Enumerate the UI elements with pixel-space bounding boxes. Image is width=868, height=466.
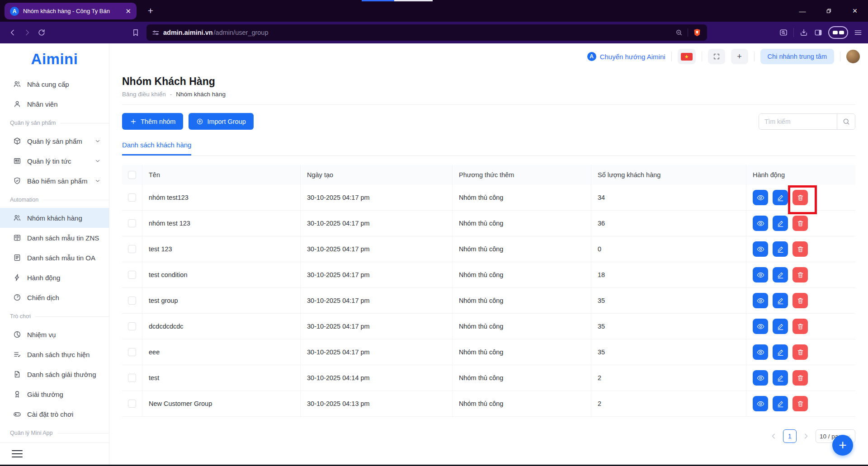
sidebar-panel-icon[interactable] xyxy=(814,28,823,37)
view-button[interactable] xyxy=(753,319,768,334)
sidebar-item-nhom-khach-hang[interactable]: Nhóm khách hàng xyxy=(0,208,109,228)
browser-tab[interactable]: A Nhóm khách hàng - Công Ty Bán ✕ xyxy=(5,3,137,19)
vpn-glasses-icon[interactable] xyxy=(828,26,848,39)
edit-button[interactable] xyxy=(773,344,788,360)
breadcrumb-root[interactable]: Bảng điều khiển xyxy=(122,91,166,98)
sidebar-item-nha-cung-cap[interactable]: Nhà cung cấp xyxy=(0,74,109,94)
bookmark-button[interactable] xyxy=(128,25,143,40)
sidebar-item-chien-dich[interactable]: Chiến dịch xyxy=(0,287,109,307)
collapse-menu-icon[interactable] xyxy=(12,450,23,458)
reload-button[interactable] xyxy=(34,25,49,40)
redirect-aimini-link[interactable]: A Chuyển hướng Aimini xyxy=(587,52,665,61)
delete-button[interactable] xyxy=(793,293,808,308)
sidebar-item-cai-dat-tro-choi[interactable]: Cài đặt trò chơi xyxy=(0,404,109,424)
delete-button[interactable] xyxy=(793,190,808,205)
row-checkbox[interactable] xyxy=(128,400,136,408)
view-button[interactable] xyxy=(753,216,768,231)
view-button[interactable] xyxy=(753,293,768,308)
gauge-icon xyxy=(13,293,21,301)
sidebar-item-nhan-vien[interactable]: Nhân viên xyxy=(0,94,109,114)
sidebar-item-nhiem-vu[interactable]: Nhiệm vụ xyxy=(0,325,109,344)
row-checkbox[interactable] xyxy=(128,374,136,382)
sidebar-item-label: Nhóm khách hàng xyxy=(27,214,82,222)
tab-bar: Danh sách khách hàng xyxy=(122,141,855,156)
sidebar-item-hanh-dong[interactable]: Hành động xyxy=(0,268,109,287)
new-tab-button[interactable]: + xyxy=(144,4,157,18)
view-button[interactable] xyxy=(753,344,768,360)
language-flag-button[interactable]: ★ xyxy=(678,49,696,64)
fullscreen-button[interactable] xyxy=(708,49,725,64)
delete-button[interactable] xyxy=(793,216,808,231)
view-button[interactable] xyxy=(753,267,768,282)
restore-button[interactable] xyxy=(816,0,842,22)
edit-button[interactable] xyxy=(773,293,788,308)
row-checkbox[interactable] xyxy=(128,193,136,202)
select-all-checkbox[interactable] xyxy=(128,171,136,179)
edit-button[interactable] xyxy=(773,370,788,386)
pencil-icon xyxy=(777,220,784,227)
tab-close-icon[interactable]: ✕ xyxy=(125,7,131,15)
sidebar-item-quan-ly-san-pham[interactable]: Quản lý sản phẩm xyxy=(0,131,109,151)
row-checkbox[interactable] xyxy=(128,297,136,305)
row-checkbox[interactable] xyxy=(128,322,136,330)
add-quick-button[interactable]: + xyxy=(731,49,748,64)
tab-danh-sach-khach-hang[interactable]: Danh sách khách hàng xyxy=(122,141,191,155)
edit-button[interactable] xyxy=(773,396,788,411)
view-button[interactable] xyxy=(753,190,768,205)
site-settings-icon[interactable] xyxy=(152,29,160,37)
row-checkbox[interactable] xyxy=(128,245,136,253)
row-checkbox[interactable] xyxy=(128,348,136,356)
downloads-icon[interactable] xyxy=(799,28,808,37)
zoom-out-icon[interactable] xyxy=(675,28,683,37)
prev-page-icon[interactable] xyxy=(769,432,778,441)
floating-add-button[interactable]: + xyxy=(832,435,853,456)
branch-selector-button[interactable]: Chi nhánh trung tâm xyxy=(760,49,834,64)
search-button[interactable] xyxy=(837,114,855,129)
sidebar-item-danh-sach-mau-tin-oa[interactable]: Danh sách mẫu tin OA xyxy=(0,248,109,268)
delete-button[interactable] xyxy=(793,396,808,411)
delete-button[interactable] xyxy=(793,344,808,360)
sidebar-item-bao-hiem-san-pham[interactable]: Bảo hiểm sản phẩm xyxy=(0,171,109,191)
sidebar-item-danh-sach-thuc-hien[interactable]: Danh sách thực hiện xyxy=(0,344,109,364)
search-input[interactable] xyxy=(759,114,837,129)
import-group-button[interactable]: Import Group xyxy=(189,113,253,130)
back-button[interactable] xyxy=(5,25,20,40)
edit-button[interactable] xyxy=(773,319,788,334)
group-method: Nhóm thủ công xyxy=(452,391,591,416)
sidebar-item-quan-ly-tin-tuc[interactable]: Quản lý tin tức xyxy=(0,151,109,171)
menu-icon[interactable] xyxy=(854,28,863,37)
sidebar-item-danh-sach-mau-tin-zns[interactable]: Danh sách mẫu tin ZNS xyxy=(0,228,109,248)
brave-shield-icon[interactable] xyxy=(693,28,702,37)
pencil-icon xyxy=(777,245,784,253)
shield-check-icon xyxy=(13,177,21,185)
page-number[interactable]: 1 xyxy=(783,429,797,443)
delete-button[interactable] xyxy=(793,319,808,334)
view-button[interactable] xyxy=(753,396,768,411)
edit-button[interactable] xyxy=(773,190,788,205)
edit-button[interactable] xyxy=(773,267,788,282)
list-check-icon xyxy=(13,350,21,358)
delete-button[interactable] xyxy=(793,241,808,257)
close-button[interactable]: × xyxy=(842,0,868,22)
pencil-icon xyxy=(777,194,784,202)
bookmark-icon xyxy=(131,28,140,37)
row-checkbox[interactable] xyxy=(128,271,136,279)
user-avatar[interactable] xyxy=(846,50,860,63)
view-button[interactable] xyxy=(753,370,768,386)
row-checkbox[interactable] xyxy=(128,219,136,227)
edit-button[interactable] xyxy=(773,216,788,231)
add-group-button[interactable]: Thêm nhóm xyxy=(122,113,183,130)
search-tabs-icon[interactable] xyxy=(779,28,788,37)
minimize-button[interactable]: — xyxy=(789,0,816,22)
sidebar-item-danh-sach-giai-thuong[interactable]: Danh sách giải thưởng xyxy=(0,364,109,384)
edit-button[interactable] xyxy=(773,241,788,257)
url-bar[interactable]: admin.aimini.vn/admin/user_group xyxy=(146,24,707,41)
sidebar-item-giai-thuong[interactable]: Giải thưởng xyxy=(0,384,109,404)
next-page-icon[interactable] xyxy=(802,432,811,441)
forward-button[interactable] xyxy=(20,25,34,40)
delete-button[interactable] xyxy=(793,370,808,386)
toolbar-divider xyxy=(793,28,794,37)
delete-button[interactable] xyxy=(793,267,808,282)
view-button[interactable] xyxy=(753,241,768,257)
eye-icon xyxy=(757,374,764,382)
